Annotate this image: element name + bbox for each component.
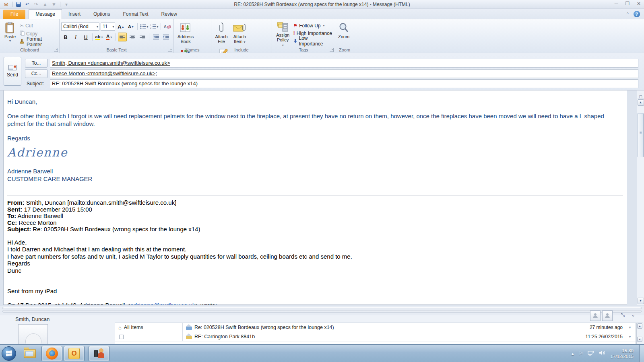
zoom-button[interactable]: Zoom (337, 21, 351, 47)
scroll-up-button[interactable]: ▲ (638, 99, 644, 106)
tab-review[interactable]: Review (155, 10, 184, 19)
scroll-up-button[interactable]: ▲ (637, 323, 642, 329)
nav-all-items[interactable]: ⌂ All Items (115, 323, 183, 332)
subject-field[interactable]: RE: 020528H Swift Bordeaux (wrong specs … (50, 79, 638, 88)
attach-file-button[interactable]: Attach File (213, 21, 230, 47)
align-right-button[interactable] (138, 33, 147, 41)
people-pane-splitter[interactable] (0, 306, 644, 315)
decrease-indent-button[interactable] (151, 33, 160, 41)
outlook-icon: O (68, 348, 80, 359)
list-item[interactable]: ⌂ All Items Re: 020528H Swift Bordeaux (… (115, 323, 636, 332)
format-painter-button[interactable]: Format Painter (19, 38, 58, 46)
minimize-button[interactable]: ─ (615, 1, 618, 6)
attach-item-button[interactable]: Attach Item ▾ (231, 21, 248, 47)
taskbar-contacts-app-button[interactable] (89, 346, 109, 361)
undo-button[interactable]: ↶ (24, 1, 31, 8)
show-desktop-button[interactable] (639, 345, 644, 362)
help-icon[interactable]: ? (634, 11, 640, 17)
scrollbar-split-handle[interactable]: —▢ (638, 91, 644, 99)
ribbon-tab-row: File Message Insert Options Format Text … (0, 9, 644, 19)
italic-button[interactable]: I (71, 33, 80, 41)
email-link[interactable]: adrienne@surfbay.co.uk (130, 302, 196, 305)
basic-text-dialog-launcher-icon[interactable]: ↘ (168, 48, 172, 52)
body-scrollbar[interactable]: —▢ ▲ ▼ (637, 90, 644, 305)
taskbar-outlook-button[interactable]: O (64, 346, 85, 361)
scrollbar-thumb[interactable] (638, 113, 644, 157)
cut-button[interactable]: ✂ Cut (19, 22, 58, 30)
item-dropdown-icon[interactable]: ▼ (624, 335, 636, 339)
regards-line: Regards (7, 134, 623, 142)
people-pane-scrollbar[interactable]: ▲ ▼ (636, 323, 643, 344)
underline-button[interactable]: U (81, 33, 90, 41)
tab-options[interactable]: Options (87, 10, 116, 19)
text-highlight-button[interactable]: ab (95, 33, 103, 41)
checkbox-icon (119, 335, 124, 339)
tags-dialog-launcher-icon[interactable]: ↘ (330, 48, 334, 52)
list-item[interactable]: RE: Carrington Park 8841b 11:25 26/02/20… (115, 332, 636, 341)
grow-font-button[interactable]: A▲ (116, 22, 125, 31)
cc-field[interactable]: Reece Morton <rmorton@swiftleisure.co.uk… (50, 69, 638, 78)
start-button[interactable] (2, 346, 16, 361)
divider (92, 33, 93, 41)
tab-insert[interactable]: Insert (62, 10, 87, 19)
previous-item-button[interactable]: ▲ (41, 1, 49, 8)
message-app-icon[interactable]: ✉ (2, 1, 10, 8)
network-icon[interactable] (588, 350, 594, 357)
contact-avatar-button[interactable] (590, 311, 601, 321)
contact-avatar-button[interactable] (602, 311, 613, 321)
align-center-button[interactable] (128, 33, 137, 41)
cc-button[interactable]: Cc... (25, 69, 47, 78)
redo-button[interactable]: ↷ (33, 1, 40, 8)
nav-item-partial[interactable] (115, 332, 183, 341)
align-left-button[interactable] (118, 33, 127, 41)
customize-qat-button[interactable]: ▾ (63, 1, 70, 8)
follow-up-button[interactable]: ⚑ Follow Up (292, 22, 333, 29)
font-color-button[interactable]: A (105, 33, 114, 41)
paste-button[interactable]: Paste ▾ (2, 21, 19, 47)
group-include: Attach File Attach Item ▾ Signature ▾ In… (211, 19, 272, 53)
to-button[interactable]: To... (25, 59, 47, 68)
message-body-editor[interactable]: Hi Duncan, One other thing which I forgo… (3, 90, 627, 305)
svg-text:A: A (164, 25, 167, 29)
splitter-bar[interactable] (2, 310, 642, 313)
next-item-button[interactable]: ▼ (50, 1, 58, 8)
font-name-combobox[interactable]: Calibri (Bod ▾ (61, 23, 99, 31)
scroll-down-button[interactable]: ▼ (637, 337, 642, 342)
tab-file[interactable]: File (3, 10, 25, 19)
bold-button[interactable]: B (61, 33, 70, 41)
increase-indent-button[interactable] (161, 33, 170, 41)
group-tags: Assign Policy ▾ ⚑ Follow Up ! High Impor… (272, 19, 335, 53)
close-button[interactable]: ✕ (637, 1, 641, 6)
item-dropdown-icon[interactable]: ▼ (624, 326, 636, 329)
bullets-button[interactable] (140, 22, 149, 31)
expand-people-pane-icon[interactable]: ⤡ (621, 312, 625, 318)
body-paragraph: One other thing which I forgot is we wil… (7, 112, 617, 128)
assign-policy-button[interactable]: Assign Policy ▾ (274, 21, 292, 47)
collapse-chevron-icon[interactable]: ⌄ (631, 312, 635, 318)
numbering-button[interactable]: 12 (150, 22, 159, 31)
volume-icon[interactable] (599, 350, 605, 357)
send-button[interactable]: Send (4, 57, 21, 86)
font-size-combobox[interactable]: 11 ▾ (101, 23, 115, 31)
tab-message[interactable]: Message (29, 9, 62, 19)
to-field[interactable]: Smith, Duncan <duncan.smith@swiftleisure… (50, 59, 638, 68)
taskbar-clock[interactable]: 15:30 17/12/2015 (610, 348, 634, 359)
action-center-flag-icon[interactable]: ⚐ (579, 351, 583, 356)
save-button[interactable] (15, 1, 22, 8)
restore-button[interactable]: ❐ (625, 1, 630, 6)
address-book-icon (179, 22, 192, 34)
address-book-button[interactable]: Address Book (175, 21, 196, 47)
taskbar-explorer-button[interactable] (19, 346, 40, 361)
clear-formatting-button[interactable]: A (163, 22, 172, 31)
shrink-font-button[interactable]: A▼ (126, 22, 135, 31)
scroll-down-button[interactable]: ▼ (638, 298, 644, 304)
low-importance-button[interactable]: ⬇ Low Importance (292, 37, 333, 45)
minimize-ribbon-icon[interactable]: ⌃ (626, 12, 630, 17)
tab-format-text[interactable]: Format Text (116, 10, 155, 19)
taskbar-firefox-button[interactable] (41, 346, 62, 361)
show-hidden-icons-button[interactable]: ▴ (572, 351, 574, 356)
clipboard-dialog-launcher-icon[interactable]: ↘ (54, 48, 58, 52)
divider (161, 23, 161, 30)
splitter-bar[interactable] (2, 307, 642, 309)
group-names: Address Book @ Check Names Names (174, 19, 211, 53)
